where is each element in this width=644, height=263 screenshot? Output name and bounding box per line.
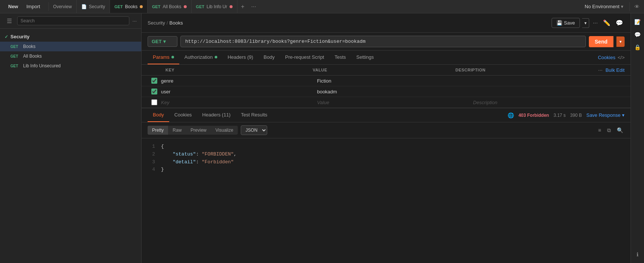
send-dropdown-button[interactable]: ▾	[616, 36, 625, 47]
env-label: No Environment	[585, 4, 619, 9]
tab-authorization[interactable]: Authorization	[179, 51, 222, 64]
wrap-icon-button[interactable]: ≡	[597, 126, 603, 135]
tab-settings[interactable]: Settings	[351, 51, 379, 64]
save-response-button[interactable]: Save Response ▾	[586, 112, 625, 118]
empty-key-cell: Key	[161, 100, 317, 105]
security-tab[interactable]: 📄 Security	[77, 0, 110, 13]
table-row: user bookadm	[142, 86, 631, 97]
url-input[interactable]	[180, 36, 586, 47]
code-icon[interactable]: </>	[618, 55, 625, 60]
all-books-tab[interactable]: GET All Books	[148, 0, 192, 13]
param-check-empty	[148, 99, 161, 105]
col-value-header: VALUE	[313, 68, 455, 72]
copy-button[interactable]: ⧉	[606, 126, 612, 135]
books-tab[interactable]: GET Books	[110, 0, 148, 13]
comment-button[interactable]: 💬	[614, 18, 625, 28]
env-dropdown-icon[interactable]: ▾	[621, 4, 624, 9]
empty-value-placeholder: Value	[317, 100, 329, 105]
tab-tests[interactable]: Tests	[329, 51, 351, 64]
new-button[interactable]: New	[4, 2, 22, 11]
tab-body[interactable]: Body	[258, 51, 280, 64]
genre-key: genre	[161, 78, 173, 84]
resp-test-results-label: Test Results	[241, 112, 267, 118]
toolbar-right-actions: ≡ ⧉ 🔍	[597, 126, 625, 135]
lib-info-tab-dot	[230, 5, 233, 8]
line-content-4: }	[161, 166, 164, 174]
sidebar-item-books[interactable]: GET Books	[0, 42, 141, 51]
more-tabs-button[interactable]: ···	[248, 0, 259, 13]
add-tab-button[interactable]: +	[237, 0, 248, 13]
genre-checkbox[interactable]	[151, 78, 157, 84]
lib-info-tab[interactable]: GET Lib Info Ur	[192, 0, 237, 13]
sidebar-item-all-books[interactable]: GET All Books	[0, 51, 141, 61]
tab-authorization-label: Authorization	[184, 54, 213, 60]
line-content-3: "detail": "Forbidden"	[161, 158, 234, 166]
empty-key-placeholder: Key	[161, 100, 169, 105]
right-sidebar-icon-1[interactable]: 📝	[632, 16, 643, 28]
col-actions-header: ··· Bulk Edit	[598, 67, 625, 73]
books-method-badge: GET	[10, 45, 21, 49]
code-line-3: 3 "detail": "Forbidden"	[148, 158, 625, 166]
overview-tab-label: Overview	[53, 4, 72, 9]
sidebar-search-input[interactable]	[17, 16, 129, 25]
url-bar: GET ▾ Send ▾	[142, 33, 631, 51]
user-value: bookadm	[317, 89, 337, 94]
response-size: 390 B	[570, 113, 582, 118]
eye-icon[interactable]: 👁	[633, 2, 641, 11]
overview-tab[interactable]: Overview	[49, 0, 77, 13]
format-pretty-button[interactable]: Pretty	[148, 126, 168, 135]
sidebar: ☰ ··· ✓ Security GET Books GET All Books…	[0, 13, 142, 263]
empty-checkbox[interactable]	[151, 99, 157, 105]
sidebar-more-button[interactable]: ···	[132, 18, 137, 24]
format-raw-button[interactable]: Raw	[168, 126, 186, 135]
col-key-header: KEY	[161, 68, 313, 72]
search-in-response-button[interactable]: 🔍	[615, 126, 625, 135]
bulk-edit-button[interactable]: Bulk Edit	[606, 67, 625, 73]
right-sidebar-icon-2[interactable]: 💬	[632, 29, 643, 40]
resp-tab-cookies[interactable]: Cookies	[169, 108, 197, 122]
tab-pre-request[interactable]: Pre-request Script	[280, 51, 329, 64]
right-sidebar-icon-3[interactable]: 🔒	[632, 42, 643, 53]
check-icon: ✓	[4, 34, 8, 39]
cookies-button[interactable]: Cookies	[598, 55, 615, 60]
lib-info-tab-label: Lib Info Ur	[206, 4, 227, 9]
breadcrumb-current: Books	[170, 20, 183, 26]
resp-cookies-label: Cookies	[174, 112, 192, 118]
breadcrumb: Security / Books	[148, 20, 549, 26]
tab-headers[interactable]: Headers (9)	[222, 51, 259, 64]
right-sidebar-icon-4[interactable]: ℹ	[632, 249, 643, 260]
param-check-user	[148, 89, 161, 94]
breadcrumb-separator: /	[167, 20, 168, 26]
edit-button[interactable]: ✏️	[602, 18, 612, 28]
books-tab-method: GET	[114, 4, 123, 9]
response-code-view: 1 { 2 "status": "FORBIDDEN", 3 "detail":…	[142, 138, 631, 263]
request-header-actions: 💾 Save ▾ ··· ✏️ 💬	[552, 18, 625, 28]
method-select[interactable]: GET ▾	[148, 36, 177, 47]
col-more-icon[interactable]: ···	[598, 67, 603, 73]
format-visualize-button[interactable]: Visualize	[211, 126, 238, 135]
save-button[interactable]: 💾 Save	[552, 18, 580, 28]
lib-info-tab-method: GET	[196, 4, 205, 9]
user-checkbox[interactable]	[151, 89, 157, 94]
top-bar: New Import Overview 📄 Security GET Books…	[0, 0, 644, 13]
send-button[interactable]: Send	[589, 36, 613, 47]
response-toolbar: Pretty Raw Preview Visualize JSON Text H…	[142, 122, 631, 138]
response-time: 3.17 s	[553, 113, 566, 118]
more-options-button[interactable]: ···	[591, 18, 599, 28]
resp-tab-headers[interactable]: Headers (11)	[197, 108, 236, 122]
books-tab-label: Books	[125, 4, 138, 9]
sidebar-item-lib-info[interactable]: GET Lib Info Unsecured	[0, 61, 141, 71]
sidebar-section-security[interactable]: ✓ Security	[0, 32, 141, 42]
resp-tab-test-results[interactable]: Test Results	[236, 108, 272, 122]
tab-params[interactable]: Params	[148, 51, 179, 64]
resp-tab-body[interactable]: Body	[148, 108, 169, 122]
format-json-select[interactable]: JSON Text HTML XML	[241, 125, 267, 135]
format-preview-button[interactable]: Preview	[186, 126, 211, 135]
save-dropdown-button[interactable]: ▾	[582, 18, 589, 28]
sidebar-toggle-button[interactable]: ☰	[4, 17, 14, 25]
security-tab-label: Security	[89, 4, 105, 9]
import-button[interactable]: Import	[23, 2, 44, 11]
line-num-1: 1	[148, 143, 155, 151]
response-section: Body Cookies Headers (11) Test Results 🌐…	[142, 108, 631, 263]
books-item-label: Books	[23, 44, 35, 49]
